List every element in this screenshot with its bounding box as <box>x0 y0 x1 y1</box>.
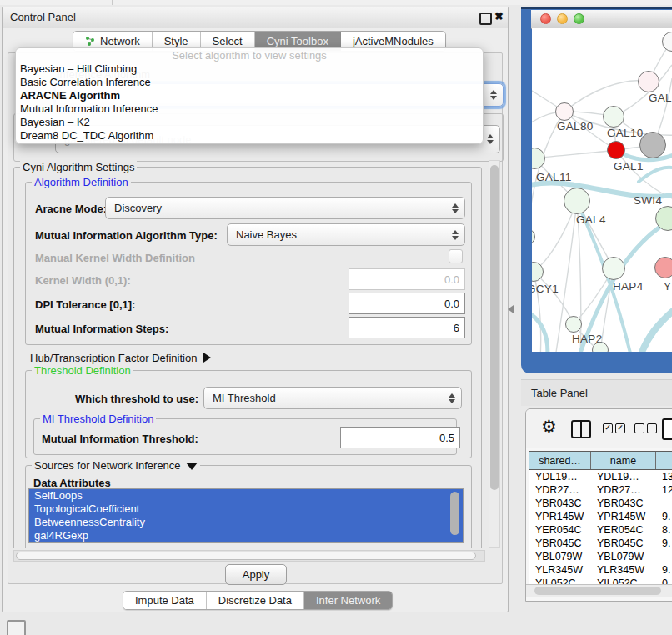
tab-label: Infer Network <box>316 594 380 607</box>
split-pane-icon[interactable] <box>571 420 591 438</box>
attribute-item-selfloops[interactable]: SelfLoops <box>29 489 463 502</box>
popup-placeholder: Select algorithm to view settings <box>16 48 483 62</box>
dpi-tolerance-value: 0.0 <box>444 298 459 310</box>
table-cell <box>656 497 672 510</box>
network-node-y[interactable] <box>654 257 672 278</box>
tab-discretize-data[interactable]: Discretize Data <box>207 592 304 609</box>
column-header-name[interactable]: name <box>591 452 656 469</box>
mi-type-combobox[interactable]: Naive Bayes <box>227 223 465 246</box>
popup-item-basic-correlation-inference[interactable]: Basic Correlation Inference <box>16 76 483 89</box>
table-row[interactable]: YBR043CYBR043C <box>529 497 672 510</box>
network-window-titlebar[interactable] <box>531 10 672 29</box>
popup-item-bayesian-hill-climbing[interactable]: Bayesian – Hill Climbing <box>16 62 483 76</box>
network-node-hap4[interactable] <box>602 257 625 280</box>
table-horizontal-scrollbar[interactable] <box>526 584 672 598</box>
network-node-hap2[interactable] <box>565 316 582 332</box>
mi-threshold-group-label: MI Threshold Definition <box>40 412 156 425</box>
hub-definition-expander[interactable]: Hub/Transcription Factor Definition <box>30 352 211 364</box>
attribute-item-gal4rgexp[interactable]: gal4RGexp <box>29 529 463 542</box>
column-header-shared[interactable]: shared… <box>529 452 591 469</box>
network-node-label: SWI4 <box>634 194 662 207</box>
table-row[interactable]: YLR345WYLR345W9. <box>529 563 672 577</box>
attribute-item-topologicalcoefficient[interactable]: TopologicalCoefficient <box>29 502 463 516</box>
which-threshold-label: Which threshold to use: <box>75 392 198 405</box>
tab-label: Cyni Toolbox <box>267 35 328 48</box>
dpi-tolerance-label: DPI Tolerance [0,1]: <box>35 298 135 311</box>
kernel-width-field[interactable]: 0.0 <box>349 268 465 290</box>
table-cell: YPR145W <box>591 510 656 523</box>
mac-minimize-icon[interactable] <box>557 13 568 24</box>
which-threshold-combobox[interactable]: MI Threshold <box>203 387 462 409</box>
tab-label: Style <box>164 35 188 48</box>
aracne-mode-combobox[interactable]: Discovery <box>105 197 465 219</box>
mi-steps-field[interactable]: 6 <box>349 317 465 338</box>
mi-threshold-value: 0.5 <box>439 432 454 444</box>
table-row[interactable]: YDL19…YDL19…13 <box>529 470 672 483</box>
tab-label: jActiveMNodules <box>353 35 434 48</box>
table-cell: YPR145W <box>529 510 591 523</box>
network-node-gal[interactable] <box>638 71 659 92</box>
sources-title: Sources for Network Inference <box>34 459 181 472</box>
select-all-icon[interactable]: ✓✓ <box>603 423 625 433</box>
popup-item-list: Bayesian – Hill ClimbingBasic Correlatio… <box>16 62 483 142</box>
mi-threshold-field[interactable]: 0.5 <box>340 427 460 448</box>
apply-button[interactable]: Apply <box>225 564 287 585</box>
data-attributes-list[interactable]: SelfLoopsTopologicalCoefficientBetweenne… <box>28 488 464 543</box>
tab-impute-data[interactable]: Impute Data <box>123 592 207 609</box>
network-node-label: GAL1 <box>614 160 644 172</box>
scrollbar-thumb[interactable] <box>534 587 661 595</box>
table-cell: YDR27… <box>591 483 656 497</box>
expander-arrow-icon <box>203 352 211 362</box>
splitter-collapse-icon[interactable] <box>508 305 514 313</box>
close-icon[interactable]: ✖ <box>494 10 504 22</box>
network-node-gal4[interactable] <box>564 188 590 214</box>
table-row[interactable]: YBL079WYBL079W <box>529 550 672 563</box>
kernel-width-value: 0.0 <box>444 273 459 286</box>
table-panel-title: Table Panel <box>531 387 588 399</box>
mac-close-icon[interactable] <box>540 13 551 24</box>
minimized-panel-icon[interactable] <box>7 620 26 635</box>
table-row[interactable]: YER054CYER054C8. <box>529 523 672 537</box>
network-node-label: GAL10 <box>607 127 644 139</box>
network-node-gal1[interactable] <box>607 141 625 159</box>
new-table-icon[interactable] <box>662 418 672 440</box>
mi-steps-value: 6 <box>454 322 459 334</box>
column-header[interactable] <box>656 452 672 469</box>
settings-horizontal-scrollbar[interactable] <box>13 550 485 562</box>
popup-item-aracne-algorithm[interactable]: ARACNE Algorithm <box>16 89 483 102</box>
node-table: shared…name YDL19…YDL19…13YDR27…YDR27…12… <box>529 451 672 590</box>
manual-kernel-checkbox[interactable] <box>449 249 463 263</box>
table-cell: 13 <box>656 470 672 483</box>
network-node-label: GAL80 <box>557 120 594 132</box>
popup-item-bayesian-k2[interactable]: Bayesian – K2 <box>16 116 483 129</box>
float-window-icon[interactable] <box>479 12 492 25</box>
mac-zoom-icon[interactable] <box>574 13 584 24</box>
combo-stepper-icon <box>490 90 497 100</box>
sources-group-label[interactable]: Sources for Network Inference <box>32 459 200 472</box>
deselect-all-icon[interactable] <box>634 423 657 433</box>
tab-label: Discretize Data <box>218 594 292 607</box>
table-cell: YBL079W <box>591 550 656 563</box>
tab-infer-network[interactable]: Infer Network <box>304 592 392 609</box>
table-row[interactable]: YBR045CYBR045C9. <box>529 537 672 550</box>
scrollbar-thumb[interactable] <box>16 552 476 560</box>
network-node-gal10[interactable] <box>603 106 624 128</box>
table-cell: YBR045C <box>591 537 656 550</box>
gear-icon[interactable]: ⚙ <box>541 417 557 437</box>
scrollbar-thumb[interactable] <box>490 165 499 490</box>
table-cell: 9. <box>656 537 672 550</box>
dpi-tolerance-field[interactable]: 0.0 <box>349 292 465 314</box>
panel-title: Control Panel <box>10 11 76 23</box>
attributes-scrollbar[interactable] <box>450 492 459 535</box>
table-row[interactable]: YDR27…YDR27…12 <box>529 483 672 497</box>
popup-item-mutual-information-inference[interactable]: Mutual Information Inference <box>16 102 483 116</box>
popup-item-dream8-dc-tdc-algorithm[interactable]: Dream8 DC_TDC Algorithm <box>16 129 483 142</box>
collapse-arrow-icon <box>186 462 198 470</box>
table-row[interactable]: YPR145WYPR145W9. <box>529 510 672 523</box>
algorithm-definition-label: Algorithm Definition <box>32 176 131 188</box>
settings-vertical-scrollbar[interactable] <box>489 160 500 548</box>
network-node[interactable] <box>639 132 666 158</box>
network-canvas[interactable]: GALGAL80GAL10GAL1GAL11GAL4SWI4GCY1HAP4YH… <box>532 28 672 352</box>
attribute-item-betweennesscentrality[interactable]: BetweennessCentrality <box>29 516 463 529</box>
network-node-gal80[interactable] <box>555 102 574 121</box>
